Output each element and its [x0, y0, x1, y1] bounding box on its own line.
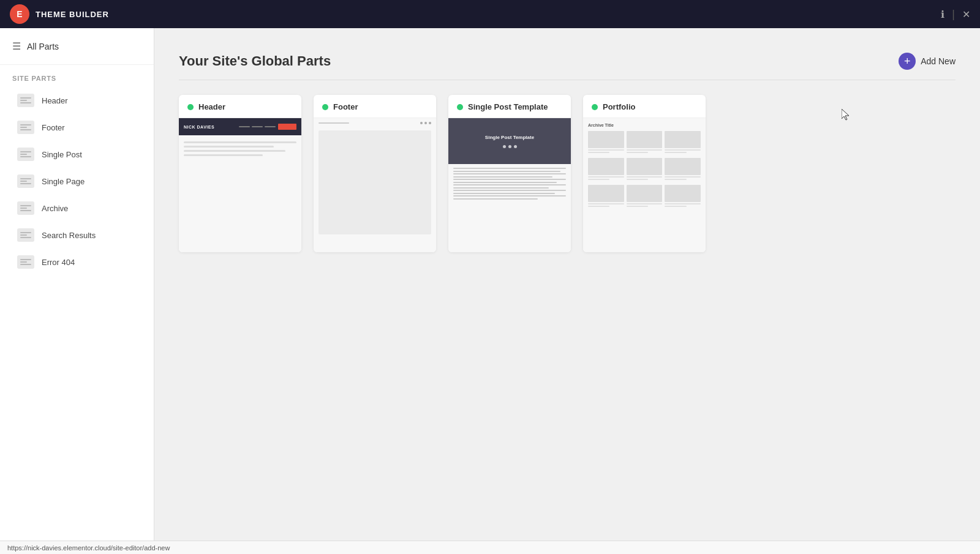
- preview-nav-btn: [278, 124, 296, 130]
- hamburger-icon: ☰: [12, 40, 21, 52]
- statusbar-url: https://nick-davies.elementor.cloud/site…: [7, 544, 170, 552]
- card-footer[interactable]: Footer: [314, 95, 436, 252]
- card-single-post-template[interactable]: Single Post Template Single Post Templat…: [448, 95, 571, 252]
- sidebar-item-header[interactable]: Header: [5, 88, 149, 113]
- close-icon[interactable]: ✕: [962, 9, 970, 20]
- preview-logo-text: NICK DAVIES: [184, 125, 214, 129]
- sidebar-item-footer[interactable]: Footer: [5, 114, 149, 140]
- card-portfolio[interactable]: Portfolio Archive Title: [583, 95, 706, 252]
- app-logo: E: [10, 4, 29, 24]
- site-parts-section-label: SITE PARTS: [0, 65, 154, 87]
- card-preview-footer: [314, 118, 436, 252]
- card-title-footer: Footer: [333, 102, 358, 111]
- single-page-page-icon: [17, 174, 34, 188]
- statusbar: https://nick-davies.elementor.cloud/site…: [0, 541, 980, 554]
- sidebar-item-search-results[interactable]: Search Results: [5, 222, 149, 248]
- card-preview-header: NICK DAVIES: [179, 118, 301, 252]
- card-preview-single-post: Single Post Template: [448, 118, 571, 252]
- card-header-header: Header: [179, 95, 301, 118]
- topbar-divider: |: [952, 8, 955, 21]
- header-page-icon: [17, 94, 34, 107]
- add-new-button[interactable]: + Add New: [899, 53, 956, 70]
- all-parts-nav[interactable]: ☰ All Parts: [0, 28, 154, 65]
- content-area: Your Site's Global Parts + Add New Heade…: [154, 28, 980, 541]
- card-title-portfolio: Portfolio: [603, 102, 635, 111]
- card-header-portfolio: Portfolio: [583, 95, 706, 118]
- footer-page-icon: [17, 121, 34, 134]
- info-icon[interactable]: ℹ: [941, 9, 944, 20]
- card-header[interactable]: Header NICK DAVIES: [179, 95, 301, 252]
- preview-header-bar: NICK DAVIES: [179, 118, 301, 135]
- page-title: Your Site's Global Parts: [179, 53, 331, 69]
- all-parts-label: All Parts: [27, 42, 59, 51]
- sidebar-item-label-archive: Archive: [42, 204, 68, 213]
- card-title-header: Header: [198, 102, 225, 111]
- card-preview-portfolio: Archive Title: [583, 118, 706, 252]
- archive-page-icon: [17, 201, 34, 215]
- sidebar-item-label-single-page: Single Page: [42, 177, 85, 186]
- status-dot-single-post: [457, 104, 463, 110]
- card-title-single-post: Single Post Template: [468, 102, 548, 111]
- status-dot-header: [187, 104, 194, 110]
- status-dot-portfolio: [592, 104, 598, 110]
- single-post-page-icon: [17, 148, 34, 161]
- main-layout: ☰ All Parts SITE PARTS Header: [0, 28, 980, 541]
- add-new-icon: +: [899, 53, 916, 70]
- sidebar-item-label-search-results: Search Results: [42, 231, 96, 240]
- sidebar-item-error-404[interactable]: Error 404: [5, 249, 149, 275]
- app-title: THEME BUILDER: [36, 10, 109, 19]
- error-404-page-icon: [17, 255, 34, 269]
- content-header: Your Site's Global Parts + Add New: [179, 53, 956, 80]
- sidebar-item-label-single-post: Single Post: [42, 150, 82, 159]
- topbar-left: E THEME BUILDER: [10, 4, 109, 24]
- sidebar-item-single-page[interactable]: Single Page: [5, 168, 149, 194]
- search-results-page-icon: [17, 228, 34, 242]
- sidebar-item-single-post[interactable]: Single Post: [5, 141, 149, 167]
- sidebar-item-label-error-404: Error 404: [42, 258, 75, 267]
- sidebar-item-archive[interactable]: Archive: [5, 195, 149, 221]
- card-header-single-post: Single Post Template: [448, 95, 571, 118]
- status-dot-footer: [322, 104, 328, 110]
- cards-grid: Header NICK DAVIES: [179, 95, 956, 252]
- sidebar: ☰ All Parts SITE PARTS Header: [0, 28, 154, 541]
- sidebar-item-label-footer: Footer: [42, 123, 65, 132]
- card-header-footer: Footer: [314, 95, 436, 118]
- add-new-label: Add New: [921, 56, 956, 66]
- topbar: E THEME BUILDER ℹ | ✕: [0, 0, 980, 28]
- topbar-right: ℹ | ✕: [941, 8, 970, 21]
- sidebar-item-label-header: Header: [42, 96, 68, 105]
